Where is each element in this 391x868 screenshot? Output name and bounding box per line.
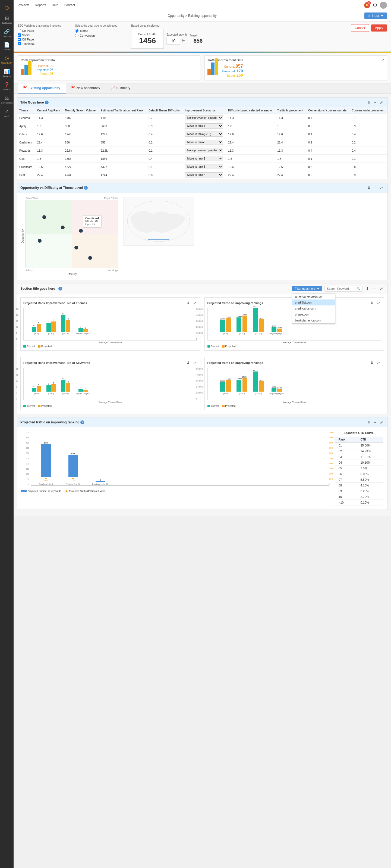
cancel-button[interactable]: Cancel [351, 24, 369, 32]
chart4-expand[interactable]: ⤢ [376, 360, 381, 366]
technical-checkbox[interactable] [18, 42, 21, 45]
chart2-download[interactable]: ⬇ [369, 300, 375, 306]
table-info-icon[interactable]: i [45, 100, 48, 104]
social-label: Social [22, 33, 30, 37]
tab-new-opportunity[interactable]: 🚩 New opportunity [66, 84, 106, 93]
traffic-radio[interactable] [75, 29, 78, 33]
sidebar-item-backlink[interactable]: 🔗Backlink [1, 26, 13, 40]
cell-conv-rate-6: 0.8 [306, 163, 350, 171]
legend-dot-projected-3 [38, 405, 40, 407]
sidebar-item-what if[interactable]: ❓What If [1, 80, 13, 93]
projection-info-icon[interactable]: i [80, 421, 84, 424]
proj-pos-11-20-bars: 0 [96, 479, 105, 482]
cell-scenario-7[interactable]: Move to rank-4 Move to rank-1 Move to ra… [183, 171, 226, 179]
input-button[interactable]: ⬆ Input ▼ [364, 12, 387, 19]
growth-input[interactable] [166, 37, 180, 44]
cell-scenario-1[interactable]: Move to rank-1 Move to rank-1 Move to ra… [183, 122, 226, 130]
on-page-label: On-Page [22, 29, 34, 32]
conversion-radio[interactable] [75, 34, 78, 37]
filter-button[interactable]: Filter goes here ▼ [292, 286, 322, 291]
sidebar-item-opportunity[interactable]: ◎Opportunity [1, 53, 13, 66]
scenario-select-1[interactable]: Move to rank-1 Move to rank-1 Move to ra… [185, 123, 223, 128]
cell-scenario-5[interactable]: Move to rank-1 Move to rank-1 Move to ra… [183, 155, 226, 163]
traf-curr-rect-4 [271, 327, 276, 332]
filter-option-4[interactable]: chase.com [292, 311, 335, 317]
on-page-checkbox[interactable] [18, 29, 21, 32]
logo-icon[interactable]: ⬡ [5, 3, 9, 13]
traffic-bar-orange [207, 69, 211, 75]
chart1-expand[interactable]: ⤢ [192, 300, 197, 306]
cell-scenario-0[interactable]: No improvement possible Move to rank-1 M… [183, 114, 226, 122]
apply-button[interactable]: Apply [371, 25, 387, 32]
scenario-select-2[interactable]: Move to rank-(6-10) Move to rank-1 Move … [185, 131, 223, 137]
scenario-select-0[interactable]: No improvement possible Move to rank-1 M… [185, 115, 223, 120]
chart1-download[interactable]: ⬇ [186, 300, 191, 306]
topnav-link-reports[interactable]: Reports [35, 3, 46, 7]
cell-scenario-2[interactable]: Move to rank-(6-10) Move to rank-1 Move … [183, 130, 226, 138]
notification-button[interactable]: 🔔3 [364, 2, 370, 8]
proj-download-icon[interactable]: ⬇ [366, 420, 372, 425]
scenario-select-4[interactable]: No improvement possible Move to rank-1 M… [185, 148, 223, 153]
sidebar-item-content[interactable]: 📄Content [1, 40, 13, 53]
sidebar-item-audit[interactable]: ✓Audit [1, 106, 13, 120]
sidebar-item-dashboard[interactable]: ⊞Dashboard [1, 13, 13, 26]
sidebar-item-analysis[interactable]: 📊Analysis [1, 66, 13, 80]
section2-title: Section title goes here [20, 287, 55, 290]
tab-summary[interactable]: 📈 Summary [105, 84, 135, 93]
tab-existing-label: Existing opportunity [29, 86, 60, 90]
topnav-link-contact[interactable]: Contact [64, 3, 75, 7]
tab-existing-opportunity[interactable]: 🚩 Existing opportunity [18, 84, 66, 93]
table-expand-icon[interactable]: ⤢ [379, 100, 384, 105]
chart3-download[interactable]: ⬇ [186, 360, 191, 366]
scatter-download-icon[interactable]: ⬇ [366, 185, 372, 190]
offpage-checkbox[interactable] [18, 38, 21, 41]
topnav-link-help[interactable]: Help [52, 3, 58, 7]
scatter-info-icon[interactable]: i [84, 186, 88, 190]
table-download-icon[interactable]: ⬇ [366, 100, 372, 105]
growth-section: Expected growth % [166, 33, 187, 44]
scatter-chart-col: Quick Wins Major Efforts [26, 197, 118, 276]
scenario-select-7[interactable]: Move to rank-4 Move to rank-1 Move to ra… [185, 172, 223, 178]
section2-minimize-icon[interactable]: − [372, 286, 377, 291]
filter-option-2[interactable]: creditlist.com [292, 300, 335, 306]
controls-bar: SEO Variables that can be impacted On-Pa… [13, 22, 391, 52]
chart4-download[interactable]: ⬇ [369, 360, 375, 366]
expand-icon[interactable]: ⤢ [382, 58, 385, 61]
cell-conv-imp-7: 0.9 [350, 171, 388, 179]
traffic-bar-blue [211, 62, 215, 75]
sidebar-icon-1: 🔗 [4, 29, 10, 34]
proj-expand-icon[interactable]: ⤢ [379, 420, 384, 425]
scenario-select-5[interactable]: Move to rank-1 Move to rank-1 Move to ra… [185, 156, 223, 161]
scatter-minimize-icon[interactable]: − [373, 185, 378, 190]
chart2-expand[interactable]: ⤢ [376, 300, 381, 306]
legend-dot-projected-2 [222, 345, 225, 348]
kw-proj-rect-2 [51, 384, 56, 392]
bar-curr-rect-2 [46, 323, 51, 332]
scenario-select-6[interactable]: Move to rank-6 Move to rank-1 Move to ra… [185, 164, 223, 169]
sidebar-label-6: Competition [1, 102, 13, 104]
filter-option-5[interactable]: bankofamerica.com [292, 317, 335, 323]
cell-scenario-4[interactable]: No improvement possible Move to rank-1 M… [183, 147, 226, 155]
proj-minimize-icon[interactable]: − [373, 420, 378, 425]
section2-expand-icon[interactable]: ⤢ [379, 286, 384, 291]
section2-info-icon[interactable]: i [58, 287, 62, 290]
avatar[interactable] [380, 2, 387, 9]
topnav-link-projects[interactable]: Projects [18, 3, 29, 7]
chart3-expand[interactable]: ⤢ [192, 360, 197, 366]
kw-proj-4: 2 [84, 387, 88, 392]
section2-download-icon[interactable]: ⬇ [365, 286, 370, 291]
scenario-select-3[interactable]: Move to rank-3 Move to rank-1 Move to ra… [185, 140, 223, 145]
cell-scenario-6[interactable]: Move to rank-6 Move to rank-1 Move to ra… [183, 163, 226, 171]
settings-icon[interactable]: ⚙ [373, 2, 377, 8]
legend-label-current-4: Current [211, 405, 219, 407]
table-minimize-icon[interactable]: − [373, 100, 378, 105]
scatter-expand-icon[interactable]: ⤢ [379, 185, 384, 190]
filter-option-3[interactable]: creditcards.com [292, 306, 335, 311]
filter-option-1[interactable]: americanexpress.com [292, 293, 335, 300]
chart-2-actions: ⬇ ⤢ [369, 300, 381, 306]
sidebar-item-competition[interactable]: ⚖Competition [1, 93, 13, 106]
kw-proj-rect-1 [37, 386, 41, 392]
cell-conv-imp-5: 0.1 [350, 155, 388, 163]
cell-scenario-3[interactable]: Move to rank-3 Move to rank-1 Move to ra… [183, 138, 226, 147]
social-checkbox[interactable] [18, 33, 21, 37]
